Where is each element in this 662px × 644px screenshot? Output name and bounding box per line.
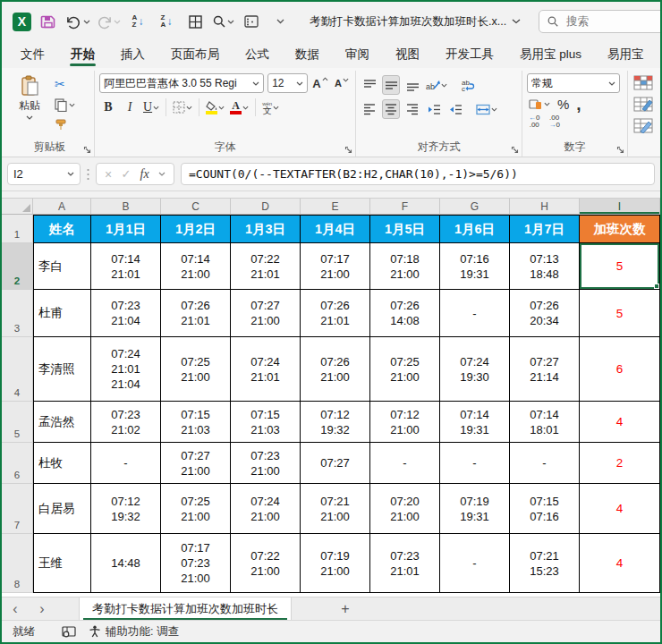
prev-sheet-button[interactable]: ‹ xyxy=(2,601,29,617)
customize-toolbar-button[interactable] xyxy=(240,10,263,33)
increase-decimal-button[interactable]: ←←00.00 xyxy=(529,114,539,129)
cell-H2[interactable]: 07:1318:48 xyxy=(510,243,580,290)
col-header-F[interactable]: F xyxy=(370,199,440,215)
cell-E4[interactable]: 07:2621:00 xyxy=(301,337,370,402)
row-header-3[interactable]: 3 xyxy=(2,290,33,337)
align-middle-button[interactable] xyxy=(382,75,400,95)
merge-center-button[interactable] xyxy=(475,99,498,119)
header-cell-H1[interactable]: 1月7日 xyxy=(510,215,580,243)
chevron-down-icon[interactable] xyxy=(158,172,166,176)
cell-C2[interactable]: 07:1421:00 xyxy=(161,243,231,290)
menu-tab-文件[interactable]: 文件 xyxy=(20,42,46,67)
font-name-select[interactable]: 阿里巴巴普惠体 3.0 55 Regi xyxy=(99,73,264,93)
cell-F5[interactable]: 07:1221:00 xyxy=(370,402,440,443)
menu-tab-开始[interactable]: 开始 xyxy=(70,42,96,67)
undo-button[interactable] xyxy=(65,14,90,30)
header-cell-B1[interactable]: 1月1日 xyxy=(91,215,161,243)
underline-button[interactable]: U xyxy=(142,97,160,117)
cell-B5[interactable]: 07:2321:02 xyxy=(91,402,161,443)
col-header-D[interactable]: D xyxy=(231,199,301,215)
cell-I3[interactable]: 5 xyxy=(580,290,660,337)
orientation-button[interactable]: ab xyxy=(425,75,448,95)
cell-I6[interactable]: 2 xyxy=(580,443,660,484)
cell-I2[interactable]: 5 xyxy=(580,243,660,290)
cell-B2[interactable]: 07:1421:01 xyxy=(91,243,161,290)
fill-color-button[interactable] xyxy=(205,97,225,117)
cell-B4[interactable]: 07:2421:0121:04 xyxy=(91,337,161,402)
sheet-tab-active[interactable]: 考勤打卡数据计算加班次数加班时长 xyxy=(79,597,292,620)
cell-F4[interactable]: 07:2521:00 xyxy=(370,337,440,402)
macro-record-icon[interactable] xyxy=(62,626,76,638)
header-cell-F1[interactable]: 1月5日 xyxy=(370,215,440,243)
row-header-6[interactable]: 6 xyxy=(2,443,33,484)
cell-G8[interactable]: - xyxy=(440,534,510,593)
menu-tab-页面布局[interactable]: 页面布局 xyxy=(170,42,220,67)
cell-D2[interactable]: 07:2221:01 xyxy=(231,243,301,290)
cell-C4[interactable]: 07:2521:00 xyxy=(161,337,231,402)
header-cell-C1[interactable]: 1月2日 xyxy=(161,215,231,243)
copy-button[interactable] xyxy=(55,97,75,113)
grow-font-button[interactable]: A xyxy=(311,73,329,93)
save-button[interactable] xyxy=(37,10,60,33)
cell-C7[interactable]: 07:2521:00 xyxy=(161,484,231,534)
cell-E8[interactable]: 07:1921:00 xyxy=(301,534,370,593)
col-header-B[interactable]: B xyxy=(91,199,161,215)
col-header-H[interactable]: H xyxy=(510,199,580,215)
row-header-5[interactable]: 5 xyxy=(2,402,33,443)
cell-H5[interactable]: 07:1418:01 xyxy=(510,402,580,443)
cell-A6[interactable]: 杜牧 xyxy=(33,443,91,484)
align-top-button[interactable] xyxy=(361,75,378,95)
cell-C3[interactable]: 07:2621:01 xyxy=(161,290,231,337)
cell-F8[interactable]: 07:2321:01 xyxy=(370,534,440,593)
header-cell-A1[interactable]: 姓名 xyxy=(33,215,91,243)
row-header-4[interactable]: 4 xyxy=(2,337,33,402)
format-as-table-icon[interactable] xyxy=(633,97,653,112)
cell-G2[interactable]: 07:1619:31 xyxy=(440,243,510,290)
title-chevron-icon[interactable] xyxy=(512,19,521,24)
dialog-launcher-icon[interactable] xyxy=(616,146,624,154)
cell-H6[interactable]: - xyxy=(510,443,580,484)
align-right-button[interactable] xyxy=(403,99,421,119)
cancel-button[interactable]: × xyxy=(105,167,112,182)
row-header-1[interactable]: 1 xyxy=(2,215,33,243)
col-header-C[interactable]: C xyxy=(161,199,231,215)
cell-F2[interactable]: 07:1821:00 xyxy=(370,243,440,290)
cell-B8[interactable]: 14:48 xyxy=(91,534,161,593)
cell-E6[interactable]: 07:27 xyxy=(301,443,370,484)
align-center-button[interactable] xyxy=(382,99,400,119)
cell-A2[interactable]: 李白 xyxy=(33,243,91,290)
cell-D5[interactable]: 07:1521:03 xyxy=(231,402,301,443)
search-input[interactable]: 搜索 xyxy=(539,10,660,33)
more-commands-button[interactable] xyxy=(268,10,292,33)
header-cell-G1[interactable]: 1月6日 xyxy=(440,215,510,243)
shrink-font-button[interactable]: A xyxy=(333,73,351,93)
font-size-select[interactable]: 12 xyxy=(267,73,308,93)
menu-tab-易用宝[interactable]: 易用宝 xyxy=(607,42,645,67)
document-title[interactable]: 考勤打卡数据计算加班次数加班时长.x... xyxy=(310,14,506,30)
menu-tab-开发工具[interactable]: 开发工具 xyxy=(445,42,495,67)
paste-button[interactable]: 粘贴 xyxy=(10,73,49,133)
select-all-button[interactable] xyxy=(2,199,33,215)
cell-C5[interactable]: 07:1521:03 xyxy=(161,402,231,443)
cell-I4[interactable]: 6 xyxy=(580,337,660,402)
bold-button[interactable]: B xyxy=(99,97,117,117)
menu-tab-审阅[interactable]: 审阅 xyxy=(344,42,370,67)
col-header-A[interactable]: A xyxy=(33,199,91,215)
col-header-E[interactable]: E xyxy=(301,199,370,215)
cell-D3[interactable]: 07:2721:00 xyxy=(231,290,301,337)
cell-I8[interactable]: 4 xyxy=(580,534,660,593)
formula-input[interactable]: =COUNT(0/(--TEXTAFTER(B2:H2,CHAR(10),-1)… xyxy=(181,163,655,185)
cell-B3[interactable]: 07:2321:04 xyxy=(91,290,161,337)
decrease-decimal-button[interactable]: .00→0 xyxy=(548,114,559,129)
cell-C8[interactable]: 07:1707:2321:00 xyxy=(161,534,231,593)
enter-button[interactable]: ✓ xyxy=(121,167,131,181)
phonetic-guide-button[interactable]: wén文 xyxy=(261,97,280,117)
row-header-8[interactable]: 8 xyxy=(2,534,33,593)
cell-H7[interactable]: 07:1507:16 xyxy=(510,484,580,534)
cell-E5[interactable]: 07:1219:32 xyxy=(301,402,370,443)
wrap-text-button[interactable]: abc xyxy=(459,75,477,95)
percent-style-button[interactable]: % xyxy=(557,97,569,112)
find-button[interactable] xyxy=(212,14,234,29)
font-color-button[interactable]: A xyxy=(229,97,250,117)
menu-tab-插入[interactable]: 插入 xyxy=(120,42,146,67)
